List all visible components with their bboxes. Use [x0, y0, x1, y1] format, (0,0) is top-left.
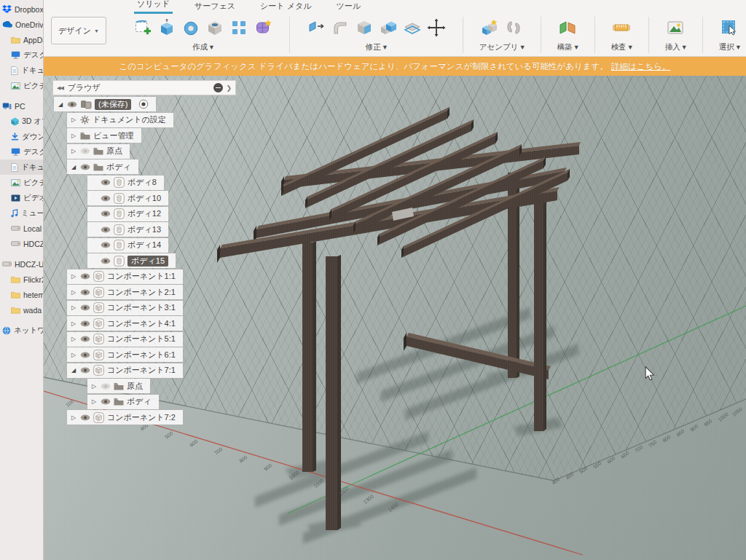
explorer-item[interactable]: AppData	[0, 32, 43, 47]
browser-tree-row[interactable]: ▷コンポーネント7:2	[67, 410, 183, 425]
tree-node-label[interactable]: コンポーネント1:1	[107, 271, 176, 282]
panel-resize-arrow-icon[interactable]: ❯	[226, 84, 232, 92]
expand-node-icon[interactable]: ▷	[70, 117, 77, 123]
pattern-icon[interactable]	[229, 17, 249, 38]
explorer-item[interactable]: ダウンロード	[0, 129, 43, 144]
browser-tree-row[interactable]: ▷コンポーネント5:1	[67, 332, 183, 347]
expand-node-icon[interactable]: ▷	[70, 273, 77, 280]
browser-tree-row[interactable]: ◢コンポーネント7:1	[67, 363, 183, 378]
shell-icon[interactable]	[354, 17, 374, 38]
browser-tree-row[interactable]: ボディ13	[87, 222, 168, 237]
tree-node-label[interactable]: コンポーネント7:1	[107, 365, 176, 376]
visibility-eye-icon[interactable]	[80, 367, 90, 374]
insert-image-icon[interactable]	[665, 17, 686, 38]
explorer-item[interactable]: HDCZ-	[0, 236, 43, 251]
tree-node-label[interactable]: コンポーネント5:1	[107, 334, 176, 344]
explorer-item[interactable]: ピクチャ	[0, 175, 43, 190]
expand-node-icon[interactable]: ▷	[70, 320, 77, 327]
tool-group-label[interactable]: アセンブリ ▾	[479, 42, 525, 52]
explorer-item[interactable]: wada	[0, 302, 43, 318]
measure-icon[interactable]	[611, 17, 632, 38]
explorer-item[interactable]: PC	[0, 98, 43, 114]
explorer-item[interactable]: ドキュメント	[0, 159, 43, 175]
visibility-eye-icon[interactable]	[101, 210, 111, 217]
explorer-item[interactable]: Dropbox	[0, 1, 43, 17]
collapse-node-icon[interactable]: ◢	[70, 164, 77, 170]
explorer-item[interactable]: ピクチャ	[0, 78, 43, 93]
tree-node-label[interactable]: ボディ13	[127, 224, 161, 235]
collapse-node-icon[interactable]: ◢	[70, 367, 77, 374]
browser-tree-row[interactable]: ボディ14	[87, 238, 168, 253]
explorer-item[interactable]: Flickr20	[0, 272, 43, 287]
browser-tree-row[interactable]: ボディ15	[87, 253, 176, 268]
browser-tree-row[interactable]: ▷コンポーネント1:1	[67, 269, 183, 284]
move-icon[interactable]	[426, 17, 447, 38]
collapse-panel-icon[interactable]: ◀◀	[57, 85, 63, 91]
expand-node-icon[interactable]: ▷	[70, 148, 77, 154]
expand-node-icon[interactable]: ▷	[70, 336, 77, 342]
tool-group-label[interactable]: 修正 ▾	[366, 42, 387, 52]
explorer-item[interactable]: heteml	[0, 287, 43, 302]
tree-node-label[interactable]: コンポーネント2:1	[107, 287, 176, 298]
explorer-item[interactable]: HDCZ-U	[0, 256, 43, 272]
explorer-item[interactable]: 3D オブジェクト	[0, 114, 43, 129]
hole-icon[interactable]	[205, 17, 225, 38]
visibility-eye-icon[interactable]	[80, 148, 90, 154]
browser-tree-row[interactable]: ▷原点	[67, 144, 130, 159]
expand-node-icon[interactable]: ▷	[70, 414, 77, 421]
visibility-eye-icon[interactable]	[80, 414, 90, 421]
tree-node-label[interactable]: コンポーネント7:2	[107, 412, 176, 423]
pergola-post-left-back[interactable]	[302, 241, 316, 472]
visibility-eye-icon[interactable]	[80, 352, 90, 358]
tree-node-label[interactable]: コンポーネント4:1	[107, 318, 176, 329]
browser-tree-row[interactable]: ボディ10	[87, 191, 168, 205]
circle-minus-icon[interactable]	[213, 83, 223, 92]
tree-node-label[interactable]: ボディ8	[127, 177, 157, 188]
explorer-item[interactable]: ミュージック	[0, 205, 43, 221]
visibility-eye-icon[interactable]	[101, 383, 111, 390]
tree-node-label[interactable]: ボディ	[106, 162, 131, 173]
tree-node-label[interactable]: ビュー管理	[93, 130, 134, 141]
tab-シート メタル[interactable]: シート メタル	[257, 0, 314, 14]
joint-icon[interactable]	[503, 17, 524, 38]
pergola-post-right-front[interactable]	[534, 183, 546, 431]
browser-tree-row[interactable]: ◢ボディ	[67, 159, 138, 174]
activate-component-radio[interactable]	[138, 99, 149, 109]
browser-tree-row[interactable]: ボディ8	[87, 176, 164, 190]
construction-plane-icon[interactable]	[557, 17, 578, 38]
browser-tree-row[interactable]: ▷ビュー管理	[67, 128, 141, 143]
tool-group-label[interactable]: 作成 ▾	[192, 42, 213, 52]
3d-viewport[interactable]: 1002003004005006007008009001000110012001…	[44, 76, 746, 560]
visibility-eye-icon[interactable]	[101, 226, 111, 233]
tree-node-label[interactable]: 原点	[106, 146, 122, 157]
tree-node-label[interactable]: コンポーネント3:1	[107, 302, 176, 313]
browser-tree-row[interactable]: ボディ12	[87, 207, 168, 221]
browser-tree-row[interactable]: ▷コンポーネント2:1	[67, 285, 183, 299]
select-icon[interactable]	[719, 17, 739, 38]
new-component-icon[interactable]	[479, 17, 500, 38]
tool-group-label[interactable]: 挿入 ▾	[665, 42, 686, 52]
visibility-eye-icon[interactable]	[80, 273, 90, 280]
expand-node-icon[interactable]: ▷	[90, 398, 98, 405]
tree-node-label[interactable]: ボディ14	[127, 240, 161, 251]
visibility-eye-icon[interactable]	[80, 164, 90, 170]
expand-node-icon[interactable]: ▷	[90, 383, 98, 390]
create-sketch-icon[interactable]	[133, 17, 153, 38]
browser-tree-row[interactable]: ▷コンポーネント6:1	[67, 347, 183, 362]
explorer-item[interactable]: ビデオ	[0, 190, 43, 205]
warning-details-link[interactable]: 詳細はこちら。	[611, 61, 671, 72]
expand-node-icon[interactable]: ▷	[70, 289, 77, 296]
browser-tree-row[interactable]: ▷ドキュメントの設定	[67, 113, 173, 127]
fillet-icon[interactable]	[330, 17, 350, 38]
visibility-eye-icon[interactable]	[67, 101, 77, 108]
visibility-eye-icon[interactable]	[80, 320, 90, 327]
tool-group-label[interactable]: 構築 ▾	[557, 42, 578, 52]
workspace-selector-button[interactable]: デザイン ▼	[51, 17, 106, 44]
tree-node-label[interactable]: ボディ10	[127, 193, 161, 204]
explorer-item[interactable]: デスクトップ	[0, 47, 43, 63]
explorer-item[interactable]: Local Disk	[0, 221, 43, 236]
visibility-eye-icon[interactable]	[101, 398, 111, 405]
form-icon[interactable]	[253, 17, 273, 38]
browser-tree-row[interactable]: ▷ボディ	[87, 395, 159, 409]
collapse-node-icon[interactable]: ◢	[57, 101, 64, 108]
